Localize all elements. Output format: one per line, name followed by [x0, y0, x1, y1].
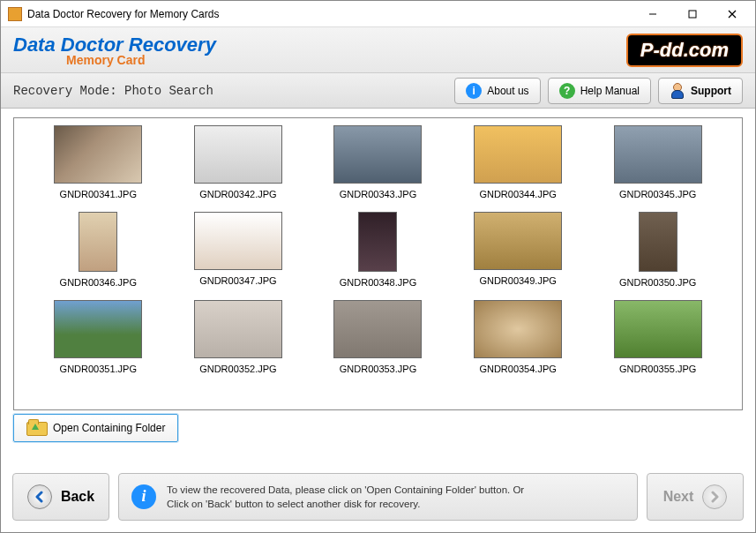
- thumbnail-filename: GNDR00349.JPG: [479, 275, 556, 286]
- thumbnail-image: [194, 125, 282, 184]
- info-line1: To view the recovered Data, please click…: [167, 483, 524, 497]
- thumbnail-item[interactable]: GNDR00354.JPG: [450, 300, 587, 374]
- thumbnail-filename: GNDR00350.JPG: [619, 277, 696, 288]
- thumbnail-image: [194, 300, 282, 358]
- open-folder-row: Open Containing Folder: [13, 414, 743, 442]
- footer: Back i To view the recovered Data, pleas…: [12, 473, 744, 521]
- thumbnail-item[interactable]: GNDR00353.JPG: [310, 300, 446, 374]
- back-arrow-icon: [27, 484, 52, 509]
- info-text: To view the recovered Data, please click…: [167, 483, 524, 511]
- thumbnail-image: [474, 300, 562, 358]
- thumbnail-item[interactable]: GNDR00347.JPG: [170, 212, 307, 288]
- thumbnail-item[interactable]: GNDR00343.JPG: [310, 125, 446, 199]
- next-label: Next: [663, 489, 694, 505]
- svg-rect-1: [689, 11, 696, 18]
- pdd-badge: P-dd.com: [626, 34, 743, 67]
- header-band: Data Doctor Recovery Memory Card P-dd.co…: [1, 27, 755, 73]
- thumbnail-filename: GNDR00351.JPG: [60, 364, 137, 374]
- thumbnail-filename: GNDR00343.JPG: [340, 189, 416, 199]
- about-us-button[interactable]: i About us: [454, 78, 540, 104]
- back-label: Back: [61, 489, 94, 505]
- info-panel: i To view the recovered Data, please cli…: [118, 473, 638, 521]
- open-folder-label: Open Containing Folder: [53, 422, 165, 434]
- next-arrow-icon: [702, 484, 727, 509]
- thumbnail-filename: GNDR00347.JPG: [199, 275, 276, 286]
- thumbnail-image: [194, 212, 282, 270]
- help-manual-button[interactable]: ? Help Manual: [548, 78, 651, 104]
- thumbnail-item[interactable]: GNDR00355.JPG: [589, 300, 726, 374]
- info-icon: i: [466, 83, 482, 99]
- thumbnail-scroll[interactable]: GNDR00341.JPGGNDR00342.JPGGNDR00343.JPGG…: [14, 118, 742, 409]
- thumbnail-item[interactable]: GNDR00346.JPG: [30, 212, 167, 288]
- thumbnail-grid: GNDR00341.JPGGNDR00342.JPGGNDR00343.JPGG…: [30, 125, 726, 374]
- thumbnail-item[interactable]: GNDR00341.JPG: [30, 125, 167, 199]
- minimize-button[interactable]: [632, 2, 672, 26]
- info-line2: Click on 'Back' button to select another…: [167, 497, 524, 511]
- window-title: Data Doctor Recovery for Memory Cards: [27, 8, 632, 20]
- thumbnail-filename: GNDR00341.JPG: [60, 189, 137, 199]
- thumbnail-filename: GNDR00352.JPG: [199, 364, 276, 374]
- support-icon: [670, 83, 685, 99]
- thumbnail-filename: GNDR00355.JPG: [619, 364, 696, 374]
- open-containing-folder-button[interactable]: Open Containing Folder: [13, 414, 178, 442]
- about-label: About us: [487, 85, 528, 97]
- thumbnail-panel: GNDR00341.JPGGNDR00342.JPGGNDR00343.JPGG…: [13, 117, 743, 410]
- thumbnail-image: [79, 212, 117, 272]
- mode-bar: Recovery Mode: Photo Search i About us ?…: [1, 73, 755, 109]
- app-logo: Data Doctor Recovery Memory Card: [13, 34, 626, 67]
- thumbnail-image: [358, 212, 397, 272]
- thumbnail-image: [333, 300, 422, 358]
- recovery-mode-label: Recovery Mode: Photo Search: [13, 84, 447, 98]
- thumbnail-item[interactable]: GNDR00350.JPG: [589, 212, 726, 288]
- thumbnail-filename: GNDR00342.JPG: [199, 189, 276, 199]
- thumbnail-filename: GNDR00345.JPG: [619, 189, 696, 199]
- thumbnail-image: [333, 125, 422, 184]
- thumbnail-item[interactable]: GNDR00349.JPG: [450, 212, 587, 288]
- thumbnail-item[interactable]: GNDR00352.JPG: [170, 300, 307, 374]
- folder-icon: [26, 420, 46, 436]
- thumbnail-filename: GNDR00353.JPG: [340, 364, 416, 374]
- thumbnail-image: [474, 212, 562, 270]
- titlebar: Data Doctor Recovery for Memory Cards: [1, 1, 755, 27]
- support-button[interactable]: Support: [658, 78, 743, 104]
- thumbnail-item[interactable]: GNDR00345.JPG: [589, 125, 726, 199]
- thumbnail-filename: GNDR00348.JPG: [340, 277, 416, 288]
- thumbnail-image: [54, 125, 142, 184]
- info-icon: i: [131, 484, 156, 509]
- thumbnail-image: [639, 212, 677, 272]
- support-label: Support: [691, 85, 731, 97]
- thumbnail-item[interactable]: GNDR00344.JPG: [450, 125, 587, 199]
- app-icon: [8, 7, 22, 21]
- thumbnail-image: [474, 125, 562, 184]
- thumbnail-filename: GNDR00346.JPG: [60, 277, 137, 288]
- maximize-button[interactable]: [672, 2, 712, 26]
- help-label: Help Manual: [580, 85, 640, 97]
- thumbnail-item[interactable]: GNDR00351.JPG: [30, 300, 167, 374]
- thumbnail-item[interactable]: GNDR00348.JPG: [310, 212, 446, 288]
- thumbnail-filename: GNDR00354.JPG: [479, 364, 556, 374]
- help-icon: ?: [559, 83, 575, 99]
- thumbnail-image: [614, 125, 702, 184]
- next-button: Next: [647, 473, 744, 521]
- thumbnail-item[interactable]: GNDR00342.JPG: [170, 125, 307, 199]
- thumbnail-filename: GNDR00344.JPG: [479, 189, 556, 199]
- thumbnail-image: [54, 300, 142, 358]
- thumbnail-image: [614, 300, 702, 358]
- close-button[interactable]: [712, 2, 752, 26]
- back-button[interactable]: Back: [12, 473, 109, 521]
